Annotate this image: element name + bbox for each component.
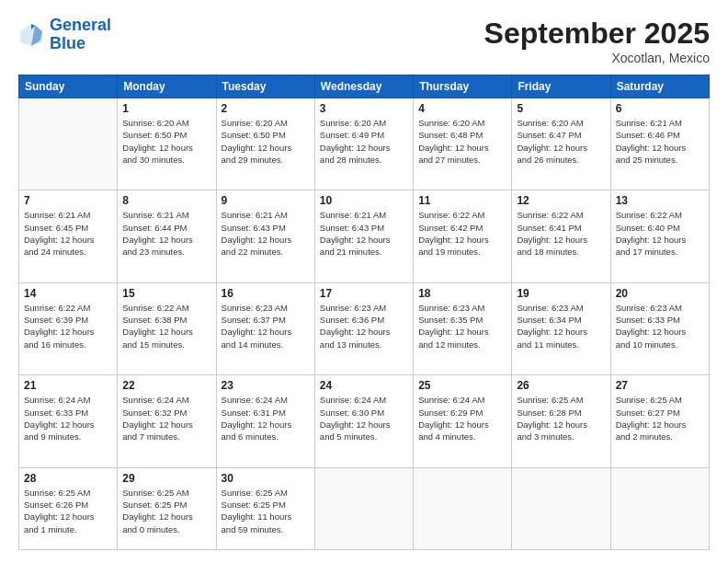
day-number: 14 [24,287,112,300]
page: General Blue September 2025 Xocotlan, Me… [0,0,728,563]
day-info: Sunrise: 6:20 AMSunset: 6:48 PMDaylight:… [418,117,506,166]
calendar-cell-w1-d2: 1Sunrise: 6:20 AMSunset: 6:50 PMDaylight… [118,98,216,190]
day-info: Sunrise: 6:22 AMSunset: 6:41 PMDaylight:… [517,209,605,258]
calendar-cell-w5-d2: 29Sunrise: 6:25 AMSunset: 6:25 PMDayligh… [118,467,216,549]
header-monday: Monday [118,75,216,98]
header-friday: Friday [512,75,610,98]
day-number: 13 [616,194,704,207]
day-info: Sunrise: 6:24 AMSunset: 6:30 PMDaylight:… [320,394,408,442]
day-info: Sunrise: 6:25 AMSunset: 6:25 PMDaylight:… [122,487,210,535]
calendar-cell-w1-d3: 2Sunrise: 6:20 AMSunset: 6:50 PMDaylight… [216,98,314,190]
calendar-cell-w3-d4: 17Sunrise: 6:23 AMSunset: 6:36 PMDayligh… [314,282,413,374]
calendar-cell-w5-d7 [610,467,709,549]
weekday-header-row: Sunday Monday Tuesday Wednesday Thursday… [19,75,710,98]
logo-line1: General [50,16,111,34]
day-number: 6 [616,102,704,115]
calendar-cell-w2-d2: 8Sunrise: 6:21 AMSunset: 6:44 PMDaylight… [118,190,216,282]
logo: General Blue [18,17,111,53]
calendar-cell-w5-d3: 30Sunrise: 6:25 AMSunset: 6:25 PMDayligh… [216,467,314,549]
calendar-cell-w4-d1: 21Sunrise: 6:24 AMSunset: 6:33 PMDayligh… [19,375,118,467]
calendar-cell-w3-d2: 15Sunrise: 6:22 AMSunset: 6:38 PMDayligh… [118,282,216,374]
day-info: Sunrise: 6:20 AMSunset: 6:47 PMDaylight:… [517,117,605,166]
day-number: 23 [222,379,310,392]
day-number: 17 [320,287,408,300]
day-number: 27 [616,379,704,392]
day-info: Sunrise: 6:23 AMSunset: 6:33 PMDaylight:… [616,302,704,350]
calendar-cell-w4-d2: 22Sunrise: 6:24 AMSunset: 6:32 PMDayligh… [118,375,216,467]
header: General Blue September 2025 Xocotlan, Me… [18,17,710,65]
logo-icon [18,22,44,48]
day-info: Sunrise: 6:21 AMSunset: 6:46 PMDaylight:… [616,117,704,166]
day-info: Sunrise: 6:25 AMSunset: 6:27 PMDaylight:… [616,394,704,442]
day-info: Sunrise: 6:22 AMSunset: 6:39 PMDaylight:… [24,302,112,350]
calendar-cell-w5-d5 [414,467,512,549]
day-number: 2 [222,102,310,115]
day-number: 7 [24,194,112,207]
calendar-cell-w2-d1: 7Sunrise: 6:21 AMSunset: 6:45 PMDaylight… [19,190,118,282]
calendar-cell-w4-d3: 23Sunrise: 6:24 AMSunset: 6:31 PMDayligh… [216,375,314,467]
day-number: 5 [517,102,605,115]
week-row-2: 7Sunrise: 6:21 AMSunset: 6:45 PMDaylight… [19,190,710,282]
header-saturday: Saturday [610,75,709,98]
calendar-cell-w4-d4: 24Sunrise: 6:24 AMSunset: 6:30 PMDayligh… [314,375,413,467]
calendar-cell-w1-d5: 4Sunrise: 6:20 AMSunset: 6:48 PMDaylight… [414,98,512,190]
day-info: Sunrise: 6:24 AMSunset: 6:29 PMDaylight:… [418,394,506,442]
day-number: 11 [418,194,506,207]
day-number: 28 [24,472,112,485]
week-row-5: 28Sunrise: 6:25 AMSunset: 6:26 PMDayligh… [19,467,710,549]
calendar-cell-w2-d3: 9Sunrise: 6:21 AMSunset: 6:43 PMDaylight… [216,190,314,282]
location-subtitle: Xocotlan, Mexico [484,51,710,65]
calendar-cell-w2-d4: 10Sunrise: 6:21 AMSunset: 6:43 PMDayligh… [314,190,413,282]
day-info: Sunrise: 6:23 AMSunset: 6:35 PMDaylight:… [418,302,506,350]
day-number: 16 [222,287,310,300]
title-block: September 2025 Xocotlan, Mexico [484,17,710,65]
header-wednesday: Wednesday [314,75,413,98]
calendar-cell-w3-d1: 14Sunrise: 6:22 AMSunset: 6:39 PMDayligh… [19,282,118,374]
calendar-cell-w4-d5: 25Sunrise: 6:24 AMSunset: 6:29 PMDayligh… [414,375,512,467]
day-number: 18 [418,287,506,300]
calendar-cell-w1-d6: 5Sunrise: 6:20 AMSunset: 6:47 PMDaylight… [512,98,610,190]
day-number: 12 [517,194,605,207]
day-number: 15 [122,287,210,300]
day-number: 25 [418,379,506,392]
day-info: Sunrise: 6:21 AMSunset: 6:43 PMDaylight:… [222,209,310,258]
day-info: Sunrise: 6:24 AMSunset: 6:32 PMDaylight:… [122,394,210,442]
calendar-table: Sunday Monday Tuesday Wednesday Thursday… [18,75,710,550]
day-number: 20 [616,287,704,300]
day-number: 26 [517,379,605,392]
day-number: 9 [222,194,310,207]
day-info: Sunrise: 6:21 AMSunset: 6:45 PMDaylight:… [24,209,112,258]
calendar-cell-w2-d6: 12Sunrise: 6:22 AMSunset: 6:41 PMDayligh… [512,190,610,282]
day-number: 4 [418,102,506,115]
day-number: 10 [320,194,408,207]
day-number: 3 [320,102,408,115]
calendar-cell-w5-d1: 28Sunrise: 6:25 AMSunset: 6:26 PMDayligh… [19,467,118,549]
day-number: 22 [122,379,210,392]
day-number: 30 [222,472,310,485]
day-number: 29 [122,472,210,485]
day-info: Sunrise: 6:22 AMSunset: 6:42 PMDaylight:… [418,209,506,258]
day-info: Sunrise: 6:24 AMSunset: 6:33 PMDaylight:… [24,394,112,442]
day-number: 19 [517,287,605,300]
header-tuesday: Tuesday [216,75,314,98]
day-info: Sunrise: 6:20 AMSunset: 6:49 PMDaylight:… [320,117,408,166]
day-number: 21 [24,379,112,392]
week-row-1: 1Sunrise: 6:20 AMSunset: 6:50 PMDaylight… [19,98,710,190]
calendar-cell-w5-d4 [314,467,413,549]
day-info: Sunrise: 6:24 AMSunset: 6:31 PMDaylight:… [222,394,310,442]
day-info: Sunrise: 6:21 AMSunset: 6:44 PMDaylight:… [122,209,210,258]
calendar-cell-w1-d1 [19,98,118,190]
day-info: Sunrise: 6:25 AMSunset: 6:25 PMDaylight:… [222,487,310,535]
day-info: Sunrise: 6:21 AMSunset: 6:43 PMDaylight:… [320,209,408,258]
logo-line2: Blue [50,34,85,52]
month-title: September 2025 [484,17,710,51]
calendar-cell-w1-d7: 6Sunrise: 6:21 AMSunset: 6:46 PMDaylight… [610,98,709,190]
header-sunday: Sunday [19,75,118,98]
day-info: Sunrise: 6:22 AMSunset: 6:40 PMDaylight:… [616,209,704,258]
calendar-cell-w3-d7: 20Sunrise: 6:23 AMSunset: 6:33 PMDayligh… [610,282,709,374]
day-info: Sunrise: 6:25 AMSunset: 6:26 PMDaylight:… [24,487,112,535]
calendar-cell-w2-d5: 11Sunrise: 6:22 AMSunset: 6:42 PMDayligh… [414,190,512,282]
day-number: 24 [320,379,408,392]
calendar-cell-w3-d6: 19Sunrise: 6:23 AMSunset: 6:34 PMDayligh… [512,282,610,374]
calendar-cell-w4-d6: 26Sunrise: 6:25 AMSunset: 6:28 PMDayligh… [512,375,610,467]
